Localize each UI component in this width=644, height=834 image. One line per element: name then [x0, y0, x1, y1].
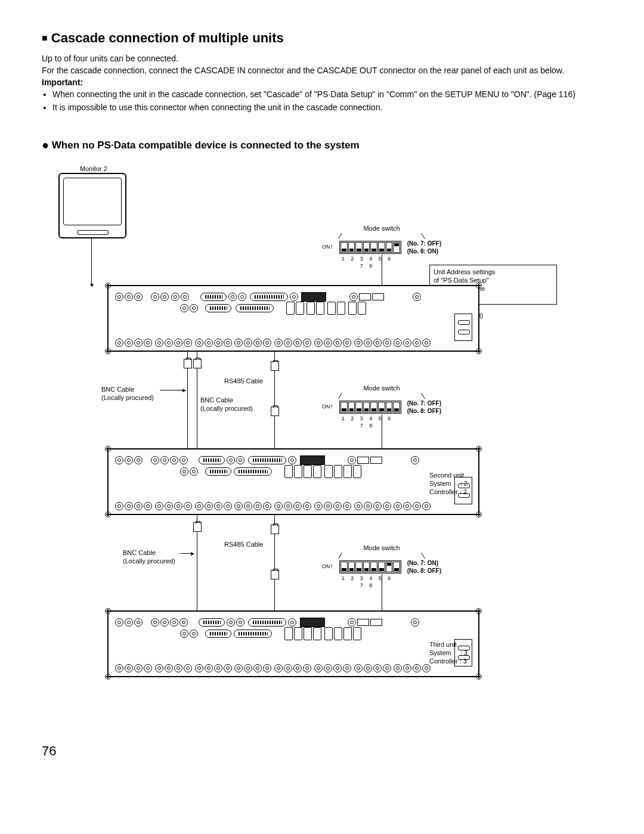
dip-state-8: (No. 8: ON)	[407, 247, 441, 255]
leader-line	[382, 574, 382, 612]
leader-line	[180, 553, 193, 554]
rj-connector-icon	[271, 361, 279, 371]
dip-numbers: 1 2 3 4 5 6 7 8	[338, 416, 397, 429]
dip-state-8: (No. 8: OFF)	[407, 407, 441, 415]
rs485-label-1: RS485 Cable	[224, 377, 263, 385]
mode-switch-label: Mode switch	[322, 544, 441, 552]
dip-state-7: (No. 7: OFF)	[407, 240, 441, 247]
dip-switch-icon	[339, 241, 401, 254]
important-note-1: When connecting the unit in the cascade …	[52, 89, 602, 100]
unit-2-rear-panel	[107, 448, 479, 515]
connector-icon	[193, 522, 202, 532]
second-unit-label: Second unit System : 2 Controller : 2	[429, 471, 549, 497]
cable-monitor	[91, 237, 92, 286]
mode-switch-label: Mode switch	[322, 384, 441, 392]
page-number: 76	[42, 743, 602, 760]
dip-numbers: 1 2 3 4 5 6 7 8	[338, 575, 397, 589]
monitor-label: Monitor 2	[80, 165, 107, 173]
rj-connector-icon	[271, 407, 279, 416]
intro-text-2: For the cascade connection, connect the …	[42, 65, 602, 76]
dip-state-7: (No. 7: OFF)	[407, 399, 441, 407]
connector-icon	[184, 359, 192, 368]
bnc-cable-label-3: BNC Cable(Locally procured)	[123, 548, 175, 566]
leader-line	[382, 255, 382, 288]
third-unit-label: Third unit System : 3 Controller : 3	[429, 640, 549, 666]
important-note-2: It is impossible to use this connector w…	[52, 102, 602, 113]
dip-switch-icon	[339, 560, 401, 573]
bnc-cable-label-2: BNC Cable(Locally procured)	[200, 396, 253, 413]
rs485-label-2: RS485 Cable	[224, 540, 263, 548]
square-bullet: ■	[42, 33, 48, 43]
rj-connector-icon	[271, 570, 279, 579]
unit-1-rear-panel	[107, 285, 479, 352]
dip-on-label: ON↑	[322, 563, 333, 571]
dip-state-7: (No. 7: ON)	[407, 559, 441, 567]
connection-diagram: Monitor 2 Mode switch ON↑ (No. 7: OFF) (…	[42, 165, 578, 731]
dip-on-label: ON↑	[322, 244, 333, 251]
monitor-icon	[58, 173, 126, 238]
dip-state-8: (No. 8: OFF)	[407, 567, 441, 575]
intro-text-1: Up to of four units can be connected.	[42, 53, 602, 64]
mode-switch-label: Mode switch	[322, 224, 441, 232]
dip-numbers: 1 2 3 4 5 6 7 8	[338, 256, 397, 269]
page-title: ■ Cascade connection of multiple units	[42, 30, 602, 47]
rj-connector-icon	[271, 525, 279, 534]
leader-line	[382, 414, 382, 451]
connector-icon	[193, 359, 202, 368]
leader-line	[160, 390, 185, 390]
section-heading: ● When no PS·Data compatible device is c…	[42, 137, 602, 153]
unit-3-rear-panel	[107, 610, 479, 677]
dip-switch-icon	[339, 401, 401, 414]
bnc-cable-label-1: BNC Cable(Locally procured)	[101, 385, 154, 402]
important-label: Important:	[42, 77, 602, 88]
dip-on-label: ON↑	[322, 404, 333, 411]
round-bullet: ●	[42, 138, 49, 151]
